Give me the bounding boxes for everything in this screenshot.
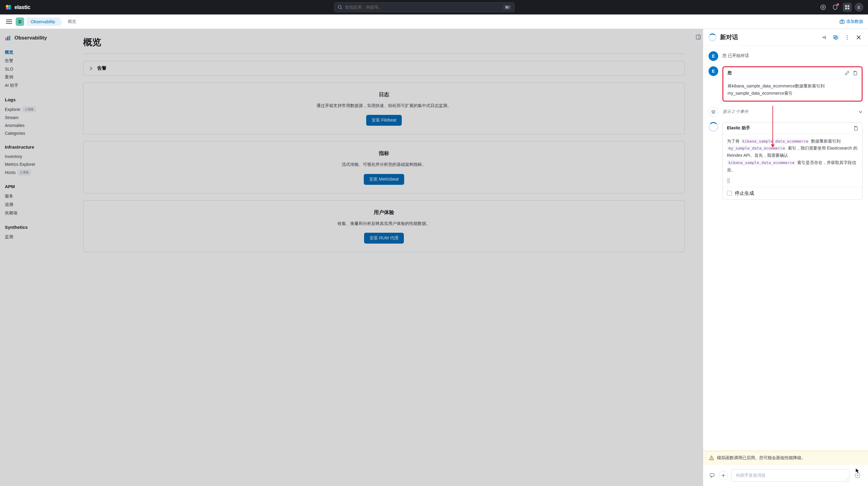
search-icon (338, 5, 342, 10)
install-metricbeat-button[interactable]: 安装 Metricbeat (364, 174, 404, 185)
side-nav-infra: Infrastructure Inventory Metrics Explore… (5, 144, 70, 177)
copy-icon[interactable] (853, 126, 858, 130)
chat-expand-button[interactable] (820, 33, 828, 41)
help-icon[interactable] (818, 3, 828, 12)
sidebar-item-slo[interactable]: SLO (5, 65, 70, 73)
user-message-text: 将kibana_sample_data_ecommerce数据重新索引到my_s… (723, 79, 862, 101)
add-data-button[interactable]: 添加数据 (840, 19, 863, 24)
stop-generating-button[interactable]: 停止生成 (723, 187, 862, 200)
chevron-right-icon (89, 66, 93, 70)
svg-rect-18 (696, 35, 701, 39)
global-search[interactable]: ⌘/ (334, 2, 515, 12)
brand-logo[interactable]: elastic (5, 4, 30, 11)
svg-point-4 (338, 5, 341, 8)
chat-assistant-message: Elastic 助手 为了将 kibana_sample_data_ecomme… (709, 122, 863, 200)
user-avatar-icon: E (709, 51, 718, 61)
sidebar-item-hosts[interactable]: Hosts公测版 (5, 168, 70, 177)
breadcrumb-page: 概览 (62, 17, 81, 26)
sidebar-item-inventory[interactable]: Inventory (5, 153, 70, 160)
svg-point-2 (6, 7, 8, 10)
typing-cursor (727, 178, 730, 183)
svg-point-22 (846, 39, 847, 39)
svg-point-20 (846, 35, 847, 36)
svg-rect-11 (847, 7, 849, 9)
side-nav: Observability 概览 告警 SLO 案例 AI 助手 Logs Ex… (0, 29, 75, 486)
logs-card: 日志 通过开箱支持常用数据源，实现快速、轻松而可扩展的集中式日志监测。 安装 F… (83, 82, 685, 134)
side-nav-root: 概览 告警 SLO 案例 AI 助手 (5, 48, 70, 90)
sidebar-item-logs-explorer[interactable]: Explorer公测版 (5, 105, 70, 114)
chevron-down-icon (858, 110, 863, 114)
sidebar-item-ai-assistant[interactable]: AI 助手 (5, 82, 70, 90)
svg-rect-9 (847, 5, 849, 7)
layers-icon (709, 107, 718, 117)
chat-events-toggle[interactable]: 显示 2 个事件 (709, 107, 863, 117)
collapse-right-icon (695, 34, 701, 40)
space-selector[interactable]: D (16, 18, 24, 26)
sidebar-item-overview[interactable]: 概览 (5, 48, 70, 57)
chat-system-started: E 您 已开始对话 (709, 51, 863, 61)
checkbox-icon (727, 191, 732, 196)
breadcrumb-bar: D Observability 概览 添加数据 (0, 14, 868, 29)
sidebar-item-metrics-explorer[interactable]: Metrics Explorer (5, 160, 70, 168)
sidebar-item-logs-categories[interactable]: Categories (5, 129, 70, 137)
chat-menu-button[interactable] (843, 33, 851, 41)
sidebar-item-alerts[interactable]: 告警 (5, 57, 70, 65)
sidebar-item-logs-stream[interactable]: Stream (5, 114, 70, 121)
sidebar-item-cases[interactable]: 案例 (5, 73, 70, 82)
copy-icon[interactable] (852, 70, 858, 75)
user-message-card: 您 将kibana_sample_data_ecommerce数据重新索引到my… (722, 66, 863, 101)
observability-icon (5, 35, 11, 41)
warning-icon (709, 456, 714, 460)
global-header: elastic ⌘/ E (0, 0, 868, 14)
alerts-accordion[interactable]: 告警 (83, 61, 685, 76)
svg-point-21 (846, 37, 847, 38)
add-data-icon (840, 19, 844, 24)
svg-point-7 (822, 6, 824, 8)
svg-rect-15 (5, 38, 7, 40)
mouse-cursor (855, 468, 860, 474)
svg-rect-26 (855, 127, 858, 130)
chat-attach-button[interactable] (719, 471, 728, 480)
chat-input-bar: 向助手发送消息 (703, 465, 868, 486)
assistant-message-card: Elastic 助手 为了将 kibana_sample_data_ecomme… (722, 122, 863, 200)
side-nav-apm: APM 服务 追溯 依赖项 (5, 184, 70, 217)
install-filebeat-button[interactable]: 安装 Filebeat (366, 115, 402, 126)
ux-card: 用户体验 收集、衡量和分析反映真实用户体验的性能数据。 安装 RUM 代理 (83, 200, 685, 252)
global-search-input[interactable] (345, 5, 501, 10)
svg-point-3 (8, 7, 11, 10)
svg-line-5 (341, 8, 342, 9)
chat-header: 新对话 (703, 29, 868, 46)
flyout-collapse-button[interactable] (693, 29, 703, 486)
chat-user-message: E 您 将kibana_sample_data_ecommerce数据重新索引到… (709, 66, 863, 101)
sidebar-item-monitors[interactable]: 监测 (5, 233, 70, 241)
ai-assistant-toggle[interactable] (843, 3, 852, 12)
svg-point-6 (821, 5, 826, 10)
sidebar-item-services[interactable]: 服务 (5, 192, 70, 201)
user-avatar[interactable]: E (855, 3, 863, 11)
metrics-card: 指标 流式传输、可视化并分析您的基础架构指标。 安装 Metricbeat (83, 141, 685, 193)
main-content: 概览 告警 日志 通过开箱支持常用数据源，实现快速、轻松而可扩展的集中式日志监测… (75, 29, 693, 486)
loading-spinner-icon (709, 122, 718, 132)
chat-input[interactable]: 向助手发送消息 (732, 469, 849, 482)
install-rum-button[interactable]: 安装 RUM 代理 (364, 233, 404, 244)
newsfeed-icon[interactable] (831, 3, 840, 12)
chat-close-button[interactable] (855, 33, 863, 41)
feedback-icon[interactable] (710, 473, 715, 478)
assistant-message-text: 为了将 kibana_sample_data_ecommerce 数据重新索引到… (723, 134, 862, 187)
brand-name: elastic (14, 4, 30, 10)
side-nav-title: Observability (5, 35, 70, 41)
breadcrumb-app[interactable]: Observability (27, 18, 59, 26)
chat-warning-bar: 模拟函数调用已启用。您可能会面临性能降级。 (703, 451, 868, 465)
sidebar-item-logs-anomalies[interactable]: Anomalies (5, 121, 70, 129)
divider (83, 53, 685, 54)
side-nav-synthetics: Synthetics 监测 (5, 224, 70, 241)
user-avatar-icon: E (709, 66, 718, 76)
search-shortcut-hint: ⌘/ (503, 5, 511, 10)
sidebar-item-dependencies[interactable]: 依赖项 (5, 209, 70, 217)
elastic-logo-icon (5, 4, 12, 11)
nav-toggle-button[interactable] (5, 18, 13, 26)
sidebar-item-traces[interactable]: 追溯 (5, 201, 70, 209)
edit-icon[interactable] (845, 70, 849, 75)
chat-conversations-button[interactable] (832, 33, 840, 41)
ai-chat-flyout: 新对话 E 您 已开始对话 E 您 将kib (703, 29, 868, 486)
